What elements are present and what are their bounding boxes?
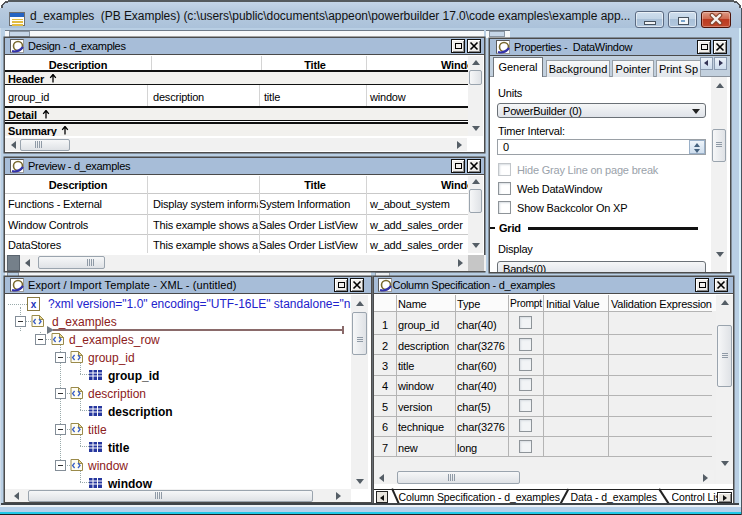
svg-text:x: x bbox=[31, 299, 37, 310]
